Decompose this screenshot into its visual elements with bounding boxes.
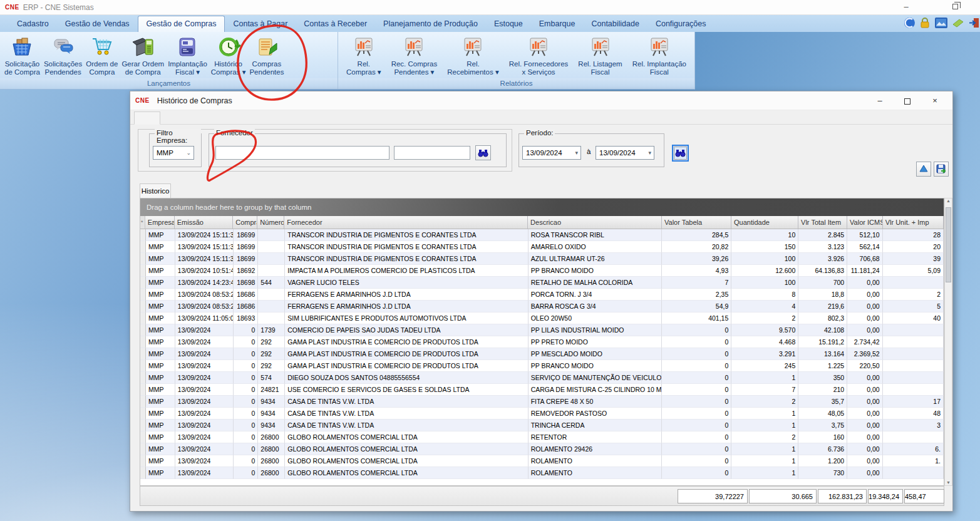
column-header-compra[interactable]: Compra	[233, 216, 257, 229]
table-row[interactable]: MMP 13/09/2024 08:53:29 18686 FERRAGENS …	[140, 289, 944, 301]
export-button[interactable]	[934, 162, 949, 177]
column-header-vlr-unit-imp[interactable]: Vlr Unit. + Imp	[883, 216, 944, 229]
fornecedor-search-button[interactable]	[475, 145, 491, 160]
group-by-bar[interactable]: Drag a column header here to group by th…	[140, 199, 944, 216]
table-row[interactable]: MMP 13/09/2024 0 574 DIEGO SOUZA DOS SAN…	[140, 372, 944, 384]
cell-vlr-unit-imp: 6.	[883, 443, 944, 455]
rel-compras-button[interactable]: Rel. Compras ▾	[344, 34, 383, 78]
blank-tab[interactable]	[134, 111, 160, 125]
rel-fornecedores-servicos-button[interactable]: Rel. Fornecedores x Serviços	[507, 34, 570, 78]
periodo-search-button[interactable]	[672, 145, 689, 162]
cell-vlr-total-item: 3,75	[798, 420, 847, 431]
ordem-de-compra-button[interactable]: Ordem de Compra	[84, 34, 120, 78]
empresa-combobox[interactable]: MMP ⌄	[153, 146, 194, 160]
chevron-down-icon: ⌄	[186, 150, 191, 156]
column-header-valor-icms[interactable]: Valor ICMS	[847, 216, 883, 229]
fornecedor-name-input[interactable]	[394, 146, 470, 160]
rec-compras-pendentes-button[interactable]: Rec. Compras Pendentes ▾	[389, 34, 440, 78]
dialog-tab-strip	[130, 110, 952, 125]
fornecedor-code-input[interactable]	[215, 146, 389, 160]
column-header-descricao[interactable]: Descricao	[528, 216, 662, 229]
rel-implantacao-fiscal-button[interactable]: Rel. Implantação Fiscal	[631, 34, 688, 78]
table-row[interactable]: MMP 13/09/2024 0 26800 GLOBO ROLAMENTOS …	[140, 467, 944, 479]
cell-descricao: FITA CREPE 48 X 50	[529, 396, 663, 408]
app-restore-button[interactable]	[946, 3, 964, 13]
periodo-from-datepicker[interactable]: 13/09/2024 ▾	[522, 146, 581, 160]
image-icon[interactable]	[935, 17, 947, 29]
cell-vlr-total-item: 3.926	[798, 253, 847, 265]
cell-emissao: 13/09/2024 15:11:38	[175, 241, 234, 253]
column-header-vlr-total-item[interactable]: Vlr Total Item	[798, 216, 847, 229]
menu-tab-configuracoes[interactable]: Configurações	[647, 16, 714, 32]
table-row[interactable]: MMP 13/09/2024 08:53:29 18686 FERRAGENS …	[140, 301, 944, 312]
dialog-maximize-button[interactable]	[894, 91, 921, 110]
table-row[interactable]: MMP 13/09/2024 0 1739 COMERCIO DE PAPEIS…	[140, 324, 944, 336]
cell-quantidade: 1	[731, 420, 798, 431]
app-minimize-button[interactable]: –	[897, 3, 916, 13]
scrollbar-thumb[interactable]	[946, 207, 951, 282]
cell-fornecedor: SIM LUBRIFICANTES E PRODUTOS AUTOMOTIVOS…	[285, 312, 528, 324]
cell-fornecedor: USE COMERCIO E SERVICOS DE GASES E SOLDA…	[285, 384, 528, 396]
table-row[interactable]: MMP 13/09/2024 0 292 GAMA PLAST INDUSTRI…	[140, 348, 944, 360]
column-header-emissao[interactable]: Emissão	[175, 216, 234, 229]
menu-tab-gestao-compras[interactable]: Gestão de Compras	[138, 16, 225, 32]
rel-recebimentos-button[interactable]: Rel. Recebimentos ▾	[445, 34, 500, 78]
print-preview-button[interactable]	[916, 162, 931, 177]
menu-tab-planejamento[interactable]: Planejamento de Produção	[375, 16, 486, 32]
cell-valor-icms: 2.734,42	[847, 336, 883, 348]
exit-icon[interactable]	[969, 17, 979, 29]
implantacao-fiscal-button[interactable]: Implantação Fiscal ▾	[166, 34, 209, 78]
menu-tab-contas-pagar[interactable]: Contas à Pagar	[225, 16, 296, 32]
table-row[interactable]: MMP 13/09/2024 0 26800 GLOBO ROLAMENTOS …	[140, 455, 944, 467]
dialog-minimize-button[interactable]: –	[866, 91, 894, 110]
periodo-to-datepicker[interactable]: 13/09/2024 ▾	[596, 146, 654, 160]
table-row[interactable]: MMP 13/09/2024 15:11:38 18699 TRANSCOR I…	[140, 229, 944, 241]
money-icon[interactable]	[952, 17, 964, 29]
table-row[interactable]: MMP 13/09/2024 15:11:38 18699 TRANSCOR I…	[140, 253, 944, 265]
cell-fornecedor: GLOBO ROLAMENTOS COMERCIAL LTDA	[285, 467, 528, 479]
gerar-ordem-de-compra-button[interactable]: Gerar Ordem de Compra	[120, 34, 166, 78]
solicitacao-de-compra-button[interactable]: Solicitação de Compra	[3, 34, 42, 78]
menu-tab-gestao-vendas[interactable]: Gestão de Vendas	[57, 16, 138, 32]
table-row[interactable]: MMP 13/09/2024 11:05:04 18693 SIM LUBRIF…	[140, 312, 944, 324]
column-header-indicator[interactable]: *	[140, 216, 145, 229]
column-header-quantidade[interactable]: Quantidade	[731, 216, 798, 229]
historico-compras-button[interactable]: Histórico Compras ▾	[209, 34, 248, 78]
table-row[interactable]: MMP 13/09/2024 0 26800 GLOBO ROLAMENTOS …	[140, 431, 944, 443]
column-header-valor-tabela[interactable]: Valor Tabela	[662, 216, 731, 229]
table-row[interactable]: MMP 13/09/2024 0 9434 CASA DE TINTAS V.W…	[140, 408, 944, 420]
menu-tab-estoque[interactable]: Estoque	[486, 16, 531, 32]
table-row[interactable]: MMP 13/09/2024 0 24821 USE COMERCIO E SE…	[140, 384, 944, 396]
table-row[interactable]: MMP 13/09/2024 15:11:38 18699 TRANSCOR I…	[140, 241, 944, 253]
cell-empresa: MMP	[146, 253, 175, 265]
table-row[interactable]: MMP 13/09/2024 14:23:40 18698 544 VAGNER…	[140, 277, 944, 289]
column-header-empresa[interactable]: Empresa	[145, 216, 175, 229]
table-row[interactable]: MMP 13/09/2024 0 292 GAMA PLAST INDUSTRI…	[140, 360, 944, 372]
menu-tab-contas-receber[interactable]: Contas à Receber	[296, 16, 375, 32]
cell-descricao: PP BRANCO MOIDO	[529, 360, 663, 372]
column-header-fornecedor[interactable]: Fornecedor	[284, 216, 528, 229]
cell-valor-tabela: 0	[662, 431, 731, 443]
vertical-scrollbar[interactable]: ▲▼	[944, 198, 952, 486]
cell-empresa: MMP	[146, 324, 175, 336]
menu-tab-cadastro[interactable]: Cadastro	[9, 16, 57, 32]
cell-empresa: MMP	[146, 241, 175, 253]
menu-tab-contabilidade[interactable]: Contabilidade	[583, 16, 647, 32]
compras-pendentes-button[interactable]: Compras Pendentes	[247, 34, 286, 78]
menu-tab-embarque[interactable]: Embarque	[531, 16, 584, 32]
history-clock-icon	[215, 35, 242, 59]
table-row[interactable]: MMP 13/09/2024 0 9434 CASA DE TINTAS V.W…	[140, 420, 944, 431]
column-header-numero-nf[interactable]: Número NF	[257, 216, 284, 229]
table-row[interactable]: MMP 13/09/2024 0 26800 GLOBO ROLAMENTOS …	[140, 443, 944, 455]
rel-listagem-fiscal-button[interactable]: Rel. Listagem Fiscal	[576, 34, 624, 78]
table-row[interactable]: MMP 13/09/2024 0 9434 CASA DE TINTAS V.W…	[140, 396, 944, 408]
table-row[interactable]: MMP 13/09/2024 10:51:47 18692 IMPACTA M …	[140, 265, 944, 277]
dialog-close-button[interactable]: ×	[921, 91, 949, 110]
cell-vlr-total-item: 210	[798, 384, 847, 396]
lock-icon[interactable]	[920, 17, 931, 29]
table-row[interactable]: MMP 13/09/2024 0 292 GAMA PLAST INDUSTRI…	[140, 336, 944, 348]
tab-historico[interactable]: Historico	[140, 183, 171, 199]
cell-quantidade: 1	[731, 372, 798, 384]
globe-icon[interactable]	[904, 17, 916, 29]
solicitacoes-pendendes-button[interactable]: Solicitações Pendendes	[42, 34, 84, 78]
